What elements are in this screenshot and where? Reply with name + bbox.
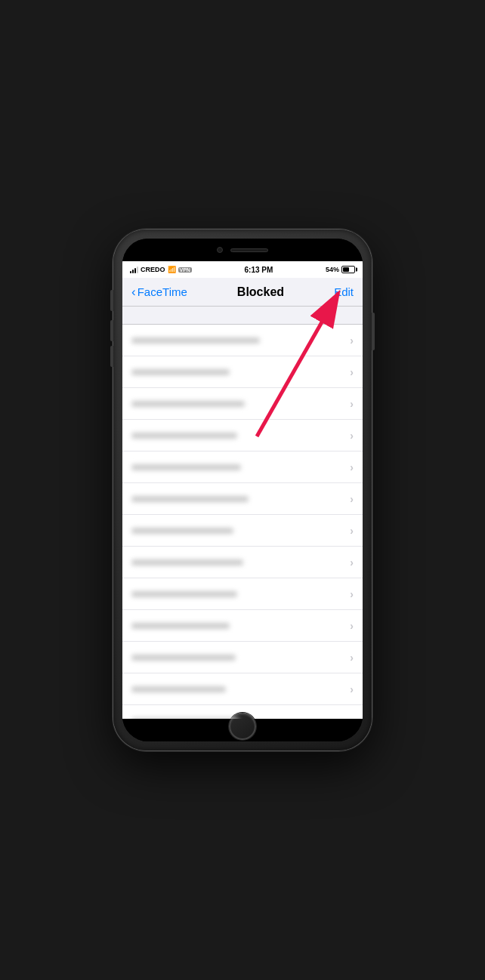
list-item[interactable]: › (122, 578, 363, 610)
battery-fill (343, 267, 349, 272)
home-button[interactable] (229, 713, 256, 740)
item-content (131, 433, 237, 439)
blurred-name (131, 559, 243, 566)
list-item[interactable]: › (122, 483, 363, 515)
chevron-right-icon: › (350, 398, 354, 410)
blurred-name (131, 401, 245, 407)
blurred-name (131, 496, 249, 502)
item-content (131, 559, 243, 566)
status-bar: CREDO 📶 VPN 6:13 PM 54% (122, 261, 363, 278)
list-item[interactable]: › (122, 388, 363, 420)
status-right: 54% (326, 266, 355, 273)
phone-screen-area: CREDO 📶 VPN 6:13 PM 54% ‹ FaceTime (122, 239, 363, 741)
list-item[interactable]: › (122, 451, 363, 483)
chevron-right-icon: › (350, 493, 354, 505)
chevron-right-icon: › (350, 366, 354, 378)
back-chevron-icon: ‹ (131, 285, 136, 298)
chevron-right-icon: › (350, 620, 354, 632)
blurred-name (131, 464, 241, 470)
phone-frame: CREDO 📶 VPN 6:13 PM 54% ‹ FaceTime (113, 230, 372, 750)
signal-bar-2 (132, 270, 134, 273)
edit-button[interactable]: Edit (334, 285, 354, 298)
list-item[interactable]: › (122, 420, 363, 451)
list-item[interactable]: › (122, 673, 363, 705)
back-button[interactable]: ‹ FaceTime (131, 285, 187, 298)
battery-percent: 54% (326, 266, 339, 273)
screen: CREDO 📶 VPN 6:13 PM 54% ‹ FaceTime (122, 261, 363, 719)
vpn-badge: VPN (178, 267, 192, 273)
status-left: CREDO 📶 VPN (130, 266, 192, 273)
list-item[interactable]: › (122, 356, 363, 388)
chevron-right-icon: › (350, 556, 354, 569)
item-content (131, 337, 260, 344)
back-label: FaceTime (137, 285, 187, 298)
status-time: 6:13 PM (245, 266, 273, 274)
carrier-label: CREDO (141, 266, 165, 273)
list-item[interactable]: › (122, 515, 363, 547)
list-item[interactable]: › (122, 610, 363, 642)
item-content (131, 528, 233, 534)
page-title: Blocked (237, 285, 284, 299)
item-content (131, 591, 237, 597)
blurred-name (131, 686, 226, 692)
signal-bar-3 (134, 268, 136, 273)
item-content (131, 401, 245, 407)
chevron-right-icon: › (350, 715, 354, 720)
blocked-list: › › › › (122, 325, 363, 719)
chevron-right-icon: › (350, 683, 354, 695)
section-header (122, 307, 363, 325)
item-content (131, 718, 239, 720)
battery-icon (341, 266, 355, 273)
blurred-name (131, 591, 237, 597)
signal-bar-1 (130, 271, 131, 273)
blurred-name (131, 623, 230, 629)
blurred-name (131, 337, 260, 344)
blurred-name (131, 655, 236, 661)
chevron-right-icon: › (350, 430, 354, 442)
chevron-right-icon: › (350, 461, 354, 473)
front-camera (217, 247, 223, 253)
signal-bars (130, 266, 138, 273)
chevron-right-icon: › (350, 525, 354, 537)
blurred-name (131, 433, 237, 439)
blurred-name (131, 369, 230, 375)
list-item[interactable]: › (122, 325, 363, 356)
speaker (230, 248, 268, 252)
list-item[interactable]: › (122, 547, 363, 578)
list-item[interactable]: › (122, 642, 363, 673)
signal-bar-4 (137, 267, 138, 273)
item-content (131, 369, 230, 375)
chevron-right-icon: › (350, 652, 354, 664)
blurred-name (131, 718, 239, 720)
phone-top-bar (122, 239, 363, 261)
item-content (131, 496, 249, 502)
chevron-right-icon: › (350, 334, 354, 347)
item-content (131, 464, 241, 470)
navigation-bar: ‹ FaceTime Blocked Edit (122, 278, 363, 307)
item-content (131, 655, 236, 661)
item-content (131, 686, 226, 692)
item-content (131, 623, 230, 629)
wifi-icon: 📶 (168, 266, 176, 273)
phone-bottom-bar (122, 719, 363, 741)
blurred-name (131, 528, 233, 534)
chevron-right-icon: › (350, 588, 354, 600)
